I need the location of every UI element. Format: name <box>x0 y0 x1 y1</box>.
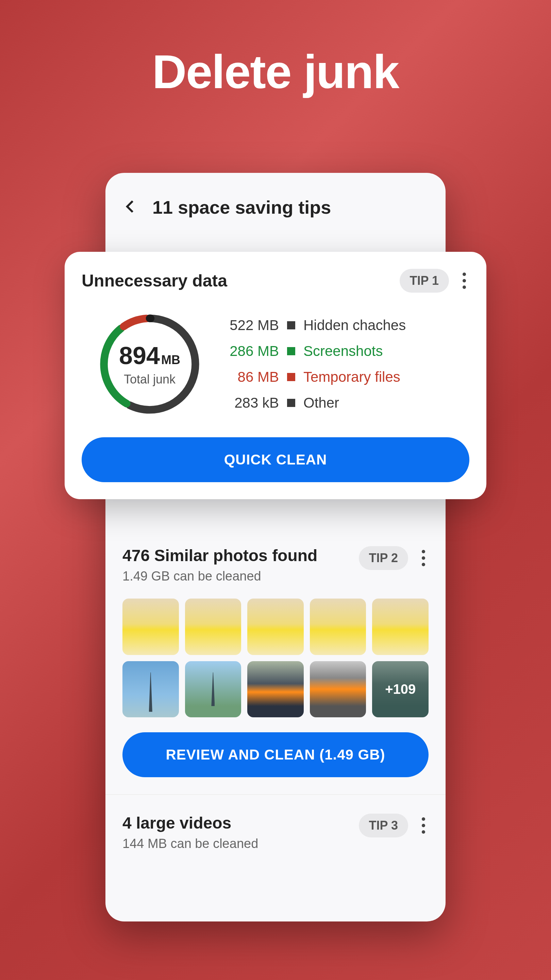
legend-size: 286 MB <box>224 343 279 360</box>
tip2-card: 476 Similar photos found 1.49 GB can be … <box>105 546 446 795</box>
photo-thumb[interactable] <box>247 661 304 718</box>
legend-row: 283 kBOther <box>224 395 469 411</box>
review-and-clean-button[interactable]: REVIEW AND CLEAN (1.49 GB) <box>122 732 429 777</box>
legend-row: 286 MBScreenshots <box>224 343 469 360</box>
legend-size: 522 MB <box>224 317 279 334</box>
photo-thumb[interactable] <box>247 598 304 655</box>
legend-label: Hidden chaches <box>303 317 406 334</box>
donut-label: Total junk <box>124 372 176 387</box>
tip1-title: Unnecessary data <box>82 271 227 291</box>
legend-label: Temporary files <box>303 369 400 385</box>
photo-thumb[interactable] <box>310 598 366 655</box>
photo-thumb-grid: +109 <box>122 598 429 717</box>
junk-donut-chart: 894 MB Total junk <box>95 310 204 418</box>
kebab-menu-icon[interactable] <box>459 269 469 292</box>
legend-label: Screenshots <box>303 343 383 360</box>
donut-value: 894 <box>119 342 160 369</box>
hero-title: Delete junk <box>0 0 551 99</box>
legend-row: 522 MBHidden chaches <box>224 317 469 334</box>
donut-unit: MB <box>161 353 180 367</box>
quick-clean-button[interactable]: QUICK CLEAN <box>82 437 469 482</box>
legend-size: 86 MB <box>224 369 279 385</box>
tip3-card: 4 large videos 144 MB can be cleaned TIP… <box>105 795 446 851</box>
tip1-badge: TIP 1 <box>400 269 449 293</box>
photo-thumb[interactable] <box>185 661 241 718</box>
page-title: 11 space saving tips <box>152 197 331 218</box>
tip2-title: 476 Similar photos found <box>122 546 318 565</box>
photo-thumb[interactable] <box>185 598 241 655</box>
junk-legend: 522 MBHidden chaches286 MBScreenshots86 … <box>224 317 469 411</box>
photo-thumb[interactable] <box>310 661 366 718</box>
legend-label: Other <box>303 395 339 411</box>
legend-color-icon <box>287 321 295 329</box>
legend-color-icon <box>287 399 295 407</box>
photo-thumb-more[interactable]: +109 <box>372 661 429 718</box>
legend-row: 86 MBTemporary files <box>224 369 469 385</box>
legend-color-icon <box>287 373 295 381</box>
tip2-badge: TIP 2 <box>359 546 408 570</box>
kebab-menu-icon[interactable] <box>418 546 429 570</box>
tip3-subtitle: 144 MB can be cleaned <box>122 837 258 851</box>
tip2-subtitle: 1.49 GB can be cleaned <box>122 569 318 584</box>
tip3-title: 4 large videos <box>122 814 258 832</box>
photo-thumb[interactable] <box>122 598 179 655</box>
legend-size: 283 kB <box>224 395 279 411</box>
back-arrow-icon[interactable] <box>122 198 139 216</box>
app-header: 11 space saving tips <box>105 173 446 231</box>
photo-thumb[interactable] <box>372 598 429 655</box>
photo-thumb[interactable] <box>122 661 179 718</box>
tip3-badge: TIP 3 <box>359 814 408 837</box>
legend-color-icon <box>287 347 295 355</box>
kebab-menu-icon[interactable] <box>418 814 429 837</box>
tip1-card: Unnecessary data TIP 1 894 MB Total junk… <box>65 252 486 499</box>
